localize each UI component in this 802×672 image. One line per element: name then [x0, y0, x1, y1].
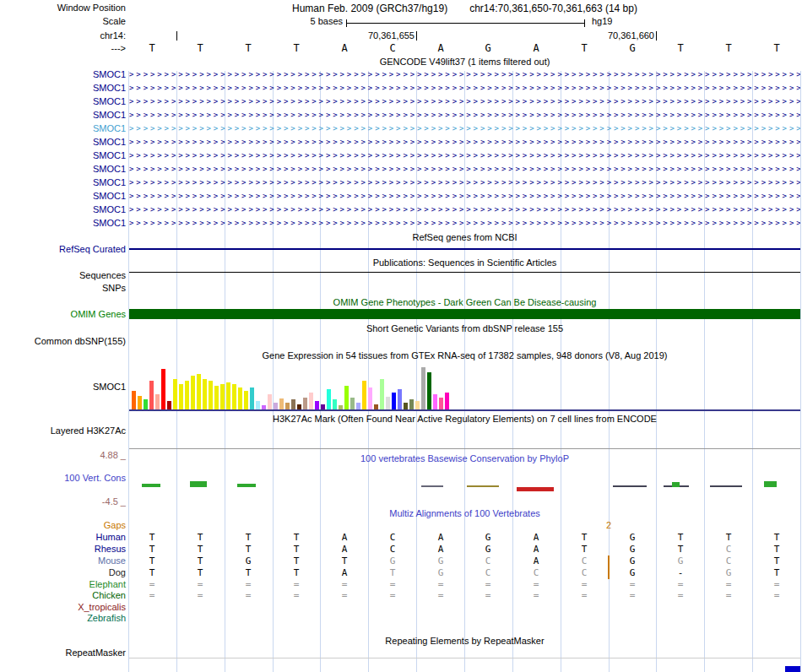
gtex-bar[interactable] — [380, 379, 384, 409]
gtex-bar[interactable] — [350, 398, 355, 409]
gencode-transcript-row[interactable]: >>>>>>>>>>>>>>>>>>>>>>>>>>>>>>>>>>>>>>>>… — [129, 218, 800, 229]
gtex-bar[interactable] — [427, 372, 431, 409]
gencode-transcript-row[interactable]: >>>>>>>>>>>>>>>>>>>>>>>>>>>>>>>>>>>>>>>>… — [129, 83, 800, 94]
gtex-gene-label[interactable]: SMOC1 — [93, 382, 126, 393]
h3k27ac-track-title[interactable]: H3K27Ac Mark (Often Found Near Active Re… — [129, 414, 800, 425]
gtex-bar[interactable] — [362, 381, 366, 409]
gencode-transcript-row[interactable]: >>>>>>>>>>>>>>>>>>>>>>>>>>>>>>>>>>>>>>>>… — [129, 204, 800, 215]
gtex-bar[interactable] — [386, 397, 390, 409]
multiz-track-title[interactable]: Multiz Alignments of 100 Vertebrates — [129, 508, 800, 519]
gencode-gene-label[interactable]: SMOC1 — [93, 177, 126, 188]
gtex-bar[interactable] — [392, 393, 396, 409]
gtex-bar[interactable] — [203, 379, 207, 409]
gtex-bar[interactable] — [285, 403, 290, 409]
gencode-gene-label[interactable]: SMOC1 — [93, 164, 126, 175]
gtex-bar[interactable] — [356, 403, 360, 409]
gencode-track-title[interactable]: GENCODE V49lift37 (1 items filtered out) — [129, 57, 800, 68]
gtex-bar[interactable] — [250, 387, 254, 409]
gtex-bar[interactable] — [185, 381, 189, 409]
gtex-track-title[interactable]: Gene Expression in 54 tissues from GTEx … — [129, 350, 800, 361]
species-label-chicken[interactable]: Chicken — [92, 590, 126, 601]
gencode-gene-label[interactable]: SMOC1 — [93, 191, 126, 202]
gtex-bar[interactable] — [321, 404, 325, 409]
gtex-bar[interactable] — [297, 404, 301, 409]
gtex-bar[interactable] — [173, 379, 177, 409]
species-label-rhesus[interactable]: Rhesus — [95, 544, 126, 555]
gtex-bar[interactable] — [303, 398, 307, 409]
sequences-track-label[interactable]: Sequences — [79, 270, 126, 281]
gtex-bar[interactable] — [421, 367, 425, 409]
phylop-track-label[interactable]: 100 Vert. Cons — [64, 473, 126, 484]
gtex-bar[interactable] — [238, 387, 242, 409]
gtex-bar[interactable] — [244, 391, 248, 409]
refseq-curated-label[interactable]: RefSeq Curated — [59, 244, 126, 255]
gencode-transcript-row[interactable]: >>>>>>>>>>>>>>>>>>>>>>>>>>>>>>>>>>>>>>>>… — [129, 69, 800, 80]
gencode-transcript-row[interactable]: >>>>>>>>>>>>>>>>>>>>>>>>>>>>>>>>>>>>>>>>… — [129, 177, 800, 188]
gtex-bar[interactable] — [309, 393, 313, 409]
gtex-bar[interactable] — [226, 382, 230, 409]
gtex-bar[interactable] — [415, 401, 420, 409]
gencode-gene-label[interactable]: SMOC1 — [93, 123, 126, 134]
gtex-bar[interactable] — [149, 381, 154, 409]
gtex-bar[interactable] — [161, 369, 165, 409]
gtex-bar[interactable] — [404, 403, 408, 409]
refseq-track-title[interactable]: RefSeq genes from NCBI — [129, 232, 800, 243]
snps-track-label[interactable]: SNPs — [102, 283, 126, 294]
gtex-bar[interactable] — [291, 399, 295, 409]
species-label-x_tropicalis[interactable]: X_tropicalis — [78, 602, 126, 613]
h3k27ac-track-label[interactable]: Layered H3K27Ac — [51, 425, 126, 436]
species-label-zebrafish[interactable]: Zebrafish — [87, 613, 126, 624]
gencode-gene-label[interactable]: SMOC1 — [93, 83, 126, 94]
gtex-bar[interactable] — [256, 401, 260, 409]
gencode-transcript-row[interactable]: >>>>>>>>>>>>>>>>>>>>>>>>>>>>>>>>>>>>>>>>… — [129, 123, 800, 134]
dbsnp-track-title[interactable]: Short Genetic Variants from dbSNP releas… — [129, 323, 800, 334]
gtex-bar[interactable] — [433, 394, 437, 409]
gtex-bar[interactable] — [333, 399, 337, 409]
phylop-track-title[interactable]: 100 vertebrates Basewise Conservation by… — [129, 453, 800, 464]
omim-genes-label[interactable]: OMIM Genes — [71, 309, 126, 320]
gtex-bar[interactable] — [167, 401, 171, 409]
species-label-dog[interactable]: Dog — [109, 567, 126, 578]
repeatmasker-track-label[interactable]: RepeatMasker — [65, 648, 126, 658]
gencode-transcript-row[interactable]: >>>>>>>>>>>>>>>>>>>>>>>>>>>>>>>>>>>>>>>>… — [129, 110, 800, 121]
gtex-bar[interactable] — [214, 386, 219, 409]
gtex-bar[interactable] — [138, 396, 142, 409]
gtex-bar[interactable] — [209, 381, 213, 409]
omim-track-title[interactable]: OMIM Gene Phenotypes - Dark Green Can Be… — [129, 297, 800, 308]
gtex-bar[interactable] — [315, 401, 319, 409]
gtex-bar[interactable] — [439, 398, 443, 409]
dbsnp-track-label[interactable]: Common dbSNP(155) — [35, 336, 126, 347]
gtex-bar[interactable] — [179, 384, 183, 409]
partial-track-item[interactable] — [785, 666, 800, 672]
gencode-gene-label[interactable]: SMOC1 — [93, 110, 126, 121]
gtex-bar[interactable] — [327, 389, 331, 409]
gtex-bar[interactable] — [279, 398, 284, 409]
gtex-bar[interactable] — [144, 399, 148, 409]
gencode-transcript-row[interactable]: >>>>>>>>>>>>>>>>>>>>>>>>>>>>>>>>>>>>>>>>… — [129, 137, 800, 148]
gencode-gene-label[interactable]: SMOC1 — [93, 218, 126, 229]
gencode-gene-label[interactable]: SMOC1 — [93, 137, 126, 148]
gencode-gene-label[interactable]: SMOC1 — [93, 69, 126, 80]
gtex-bar[interactable] — [197, 374, 201, 409]
gencode-transcript-row[interactable]: >>>>>>>>>>>>>>>>>>>>>>>>>>>>>>>>>>>>>>>>… — [129, 191, 800, 202]
gencode-transcript-row[interactable]: >>>>>>>>>>>>>>>>>>>>>>>>>>>>>>>>>>>>>>>>… — [129, 96, 800, 107]
species-label-human[interactable]: Human — [96, 532, 126, 543]
gencode-gene-label[interactable]: SMOC1 — [93, 150, 126, 161]
gtex-bar[interactable] — [445, 393, 449, 409]
sequences-track-item[interactable] — [129, 272, 800, 273]
gencode-transcript-row[interactable]: >>>>>>>>>>>>>>>>>>>>>>>>>>>>>>>>>>>>>>>>… — [129, 164, 800, 175]
gtex-bar[interactable] — [274, 403, 278, 409]
gtex-bar[interactable] — [368, 387, 372, 409]
gencode-gene-label[interactable]: SMOC1 — [93, 204, 126, 215]
gtex-bar[interactable] — [344, 386, 349, 409]
gencode-transcript-row[interactable]: >>>>>>>>>>>>>>>>>>>>>>>>>>>>>>>>>>>>>>>>… — [129, 150, 800, 161]
gtex-bar[interactable] — [132, 391, 136, 409]
gtex-bar[interactable] — [409, 399, 414, 409]
gtex-bar[interactable] — [232, 384, 236, 409]
gtex-bar[interactable] — [374, 404, 378, 409]
repeatmasker-track-title[interactable]: Repeating Elements by RepeatMasker — [129, 636, 800, 647]
gencode-gene-label[interactable]: SMOC1 — [93, 96, 126, 107]
gtex-bar[interactable] — [262, 405, 266, 409]
gtex-bar[interactable] — [339, 405, 343, 409]
species-label-elephant[interactable]: Elephant — [89, 579, 126, 590]
